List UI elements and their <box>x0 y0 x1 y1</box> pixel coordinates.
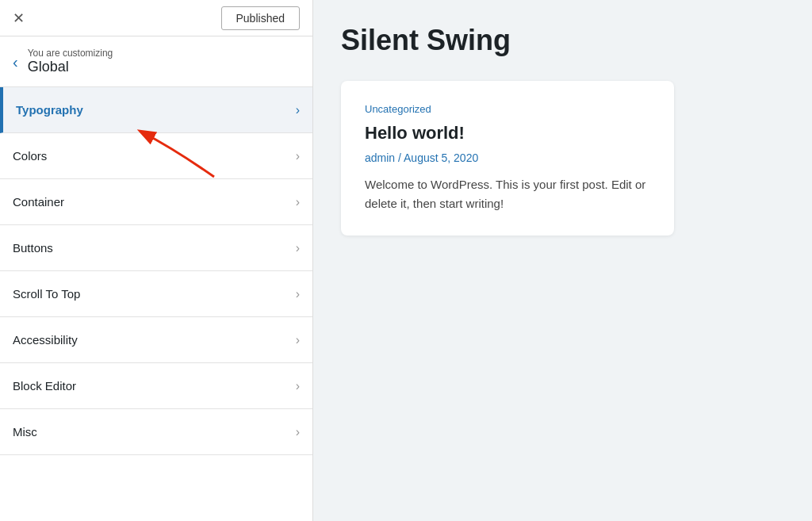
menu-item-label-container: Container <box>13 195 64 209</box>
site-title: Silent Swing <box>341 24 784 57</box>
menu-item-misc[interactable]: Misc › <box>0 409 312 455</box>
chevron-right-icon-colors: › <box>296 149 300 163</box>
chevron-right-icon-container: › <box>296 195 300 209</box>
menu-item-label-accessibility: Accessibility <box>13 333 78 347</box>
preview-panel: Silent Swing Uncategorized Hello world! … <box>313 0 812 521</box>
menu-item-block-editor[interactable]: Block Editor › <box>0 363 312 409</box>
post-meta[interactable]: admin / August 5, 2020 <box>365 151 650 164</box>
chevron-right-icon-typography: › <box>296 103 300 117</box>
published-button[interactable]: Published <box>221 6 301 30</box>
post-card: Uncategorized Hello world! admin / Augus… <box>341 81 674 236</box>
menu-item-typography[interactable]: Typography › <box>0 87 312 133</box>
menu-item-container[interactable]: Container › <box>0 179 312 225</box>
post-category[interactable]: Uncategorized <box>365 103 650 115</box>
close-button[interactable]: ✕ <box>13 11 25 25</box>
menu-item-label-misc: Misc <box>13 425 37 439</box>
chevron-right-icon-accessibility: › <box>296 333 300 347</box>
customizing-label: You are customizing <box>28 48 113 59</box>
menu-item-label-buttons: Buttons <box>13 241 53 255</box>
post-excerpt: Welcome to WordPress. This is your first… <box>365 175 650 213</box>
chevron-right-icon-scroll-to-top: › <box>296 287 300 301</box>
chevron-right-icon-misc: › <box>296 425 300 439</box>
menu-item-accessibility[interactable]: Accessibility › <box>0 317 312 363</box>
chevron-right-icon-block-editor: › <box>296 379 300 393</box>
customizer-sidebar: ✕ Published ‹ You are customizing Global… <box>0 0 313 521</box>
menu-item-label-colors: Colors <box>13 149 47 163</box>
menu-item-buttons[interactable]: Buttons › <box>0 225 312 271</box>
menu-item-label-block-editor: Block Editor <box>13 379 76 393</box>
menu-item-label-typography: Typography <box>16 103 83 117</box>
breadcrumb-text: You are customizing Global <box>28 48 113 75</box>
post-title: Hello world! <box>365 123 650 144</box>
chevron-right-icon-buttons: › <box>296 241 300 255</box>
top-bar: ✕ Published <box>0 0 312 36</box>
back-button[interactable]: ‹ <box>13 54 18 70</box>
breadcrumb-title: Global <box>28 59 113 75</box>
menu-item-label-scroll-to-top: Scroll To Top <box>13 287 80 301</box>
menu-item-colors[interactable]: Colors › <box>0 133 312 179</box>
breadcrumb-section: ‹ You are customizing Global <box>0 36 312 87</box>
menu-item-scroll-to-top[interactable]: Scroll To Top › <box>0 271 312 317</box>
